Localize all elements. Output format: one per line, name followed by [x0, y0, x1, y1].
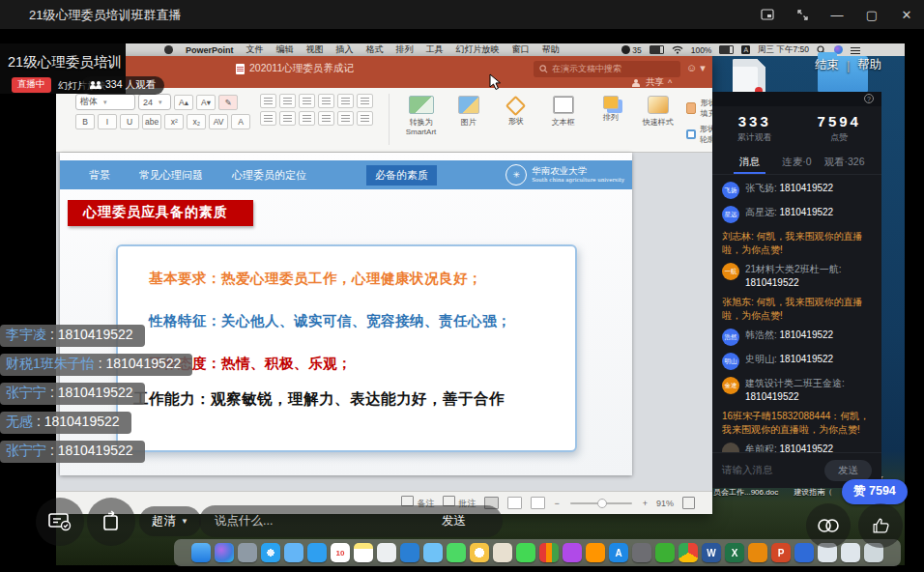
format-button[interactable]: U: [120, 114, 139, 129]
fullscreen-icon[interactable]: [794, 7, 810, 22]
menubar-item[interactable]: 格式: [366, 43, 384, 56]
format-button[interactable]: x₂: [187, 114, 206, 129]
menubar-item[interactable]: 排列: [396, 43, 414, 56]
quality-selector[interactable]: 超清▼: [139, 506, 201, 536]
zoom-level[interactable]: 91%: [656, 499, 674, 508]
format-button[interactable]: AV: [209, 114, 228, 129]
columns-button[interactable]: [357, 94, 373, 108]
maximize-button[interactable]: ▢: [864, 7, 880, 22]
chat-input[interactable]: 请输入消息: [722, 464, 817, 477]
toolbar-big-button[interactable]: 快速样式: [639, 94, 678, 128]
dock-app-icon[interactable]: [400, 543, 419, 562]
format-button[interactable]: B: [75, 114, 95, 129]
zoom-in-button[interactable]: +: [643, 499, 648, 508]
dock-app-icon[interactable]: [679, 543, 698, 562]
dock-app-icon[interactable]: X: [725, 543, 744, 562]
dock-app-icon[interactable]: [215, 543, 234, 562]
line-spacing-button[interactable]: [337, 94, 354, 108]
like-button[interactable]: [858, 503, 903, 548]
notification-count[interactable]: 35: [621, 45, 641, 55]
dock-app-icon[interactable]: P: [771, 543, 791, 562]
format-button[interactable]: abe: [142, 114, 161, 129]
close-button[interactable]: ✕: [899, 7, 914, 22]
end-stream-button[interactable]: 结束: [815, 57, 839, 73]
justify-button[interactable]: [318, 111, 334, 126]
dock-app-icon[interactable]: [586, 543, 605, 562]
panel-check-button[interactable]: [36, 498, 84, 546]
font-size-step-button[interactable]: A▴: [174, 95, 193, 110]
dock-app-icon[interactable]: [238, 543, 257, 562]
input-method-badge[interactable]: A: [741, 45, 750, 54]
menubar-item[interactable]: 幻灯片放映: [456, 43, 500, 56]
help-button[interactable]: 帮助: [857, 57, 881, 73]
bullet-list-button[interactable]: [260, 94, 276, 108]
sidebar-tab[interactable]: 消息: [726, 151, 773, 174]
slide-sorter-view-button[interactable]: [507, 497, 522, 509]
dock-app-icon[interactable]: [748, 543, 767, 562]
toolbar-big-button[interactable]: 形状: [497, 94, 535, 128]
ppt-search-box[interactable]: 在演示文稿中搜索: [534, 61, 680, 77]
menubar-app-name[interactable]: PowerPoint: [186, 45, 234, 55]
dock-app-icon[interactable]: 10: [331, 543, 350, 562]
menubar-clock[interactable]: 周三 下午7:50: [758, 44, 809, 56]
wifi-icon[interactable]: [672, 45, 683, 54]
sidebar-tab[interactable]: 观看·326: [821, 151, 868, 174]
align-right-button[interactable]: [299, 111, 315, 126]
menubar-item[interactable]: 文件: [246, 43, 264, 56]
danmaku-input[interactable]: 说点什么... 发送: [199, 505, 503, 537]
menubar-item[interactable]: 编辑: [276, 43, 294, 56]
dock-app-icon[interactable]: [841, 543, 860, 562]
dock-app-icon[interactable]: [191, 543, 211, 562]
format-button[interactable]: A: [231, 114, 250, 129]
dock-app-icon[interactable]: [632, 543, 651, 562]
dock-app-icon[interactable]: [655, 543, 675, 562]
dock-app-icon[interactable]: [307, 543, 327, 562]
reading-view-button[interactable]: [531, 497, 545, 509]
apple-logo-icon[interactable]: [164, 45, 173, 54]
font-name-select[interactable]: 楷体▾: [75, 94, 135, 110]
toolbar-big-button[interactable]: 图片: [449, 94, 488, 128]
zoom-slider[interactable]: [570, 502, 632, 504]
align-options-button[interactable]: [357, 111, 373, 126]
dock-app-icon[interactable]: [539, 543, 559, 562]
zoom-slider-knob[interactable]: [597, 499, 607, 508]
indent-decrease-button[interactable]: [299, 94, 315, 108]
mini-window-icon[interactable]: [760, 7, 775, 22]
numbered-list-button[interactable]: [279, 94, 296, 108]
toolbar-big-button[interactable]: 文本框: [544, 94, 583, 128]
dock-app-icon[interactable]: [284, 543, 303, 562]
indent-increase-button[interactable]: [318, 94, 334, 108]
rotate-screen-button[interactable]: [87, 498, 135, 546]
format-button[interactable]: I: [98, 114, 117, 129]
toolbar-big-button[interactable]: 排列: [592, 94, 630, 128]
dock-app-icon[interactable]: [470, 543, 489, 562]
clear-format-button[interactable]: ✎: [218, 95, 238, 110]
align-left-button[interactable]: [260, 111, 276, 126]
fit-slide-button[interactable]: [682, 497, 695, 509]
link-rings-button[interactable]: [806, 503, 851, 548]
zoom-out-button[interactable]: −: [554, 499, 559, 508]
minimize-button[interactable]: —: [829, 7, 845, 22]
menubar-item[interactable]: 帮助: [542, 43, 560, 56]
dock-app-icon[interactable]: [493, 543, 512, 562]
format-button[interactable]: x²: [164, 114, 184, 129]
dock-app-icon[interactable]: [354, 543, 373, 562]
font-size-step-button[interactable]: A▾: [196, 95, 216, 110]
collapse-ribbon-icon[interactable]: ^: [668, 78, 672, 88]
dock-app-icon[interactable]: [516, 543, 535, 562]
dock-app-icon[interactable]: [423, 543, 443, 562]
dock-app-icon[interactable]: [447, 543, 466, 562]
dock-app-icon[interactable]: W: [702, 543, 721, 562]
dock-app-icon[interactable]: [377, 543, 396, 562]
dock-app-icon[interactable]: A: [609, 543, 628, 562]
menubar-item[interactable]: 工具: [426, 43, 444, 56]
align-center-button[interactable]: [279, 111, 296, 126]
help-icon[interactable]: ?: [864, 94, 874, 103]
menubar-item[interactable]: 视图: [306, 43, 324, 56]
danmaku-send-button[interactable]: 发送: [442, 513, 466, 529]
chat-send-button[interactable]: 发送: [824, 460, 872, 481]
like-count-badge[interactable]: 赞 7594: [842, 479, 908, 504]
font-size-select[interactable]: 24▾: [138, 94, 171, 110]
text-direction-button[interactable]: [337, 111, 354, 126]
dock-app-icon[interactable]: [563, 543, 582, 562]
